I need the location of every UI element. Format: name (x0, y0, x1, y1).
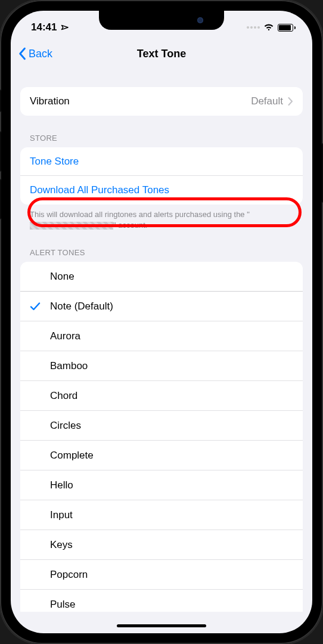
tone-row[interactable]: Bamboo (20, 351, 303, 381)
tone-label: Pulse (46, 599, 76, 611)
screen: 14:41 Back Text Tone (11, 11, 312, 633)
tone-row[interactable]: Pulse (20, 590, 303, 612)
vibration-row[interactable]: Vibration Default (20, 87, 303, 116)
store-header: Store (20, 116, 303, 147)
back-label: Back (29, 48, 52, 60)
chevron-left-icon (18, 47, 26, 60)
tone-row[interactable]: Circles (20, 411, 303, 441)
home-indicator[interactable] (117, 624, 206, 627)
tone-row[interactable]: Keys (20, 530, 303, 560)
tone-label: Bamboo (46, 360, 88, 372)
back-button[interactable]: Back (18, 47, 52, 60)
tone-label: Note (Default) (46, 301, 113, 312)
tone-label: Aurora (46, 330, 80, 342)
vibration-label: Vibration (30, 95, 70, 107)
checkmark-icon (30, 302, 46, 311)
vibration-group: Vibration Default (20, 87, 303, 116)
volume-down-button (0, 179, 1, 219)
tone-label: Circles (46, 420, 81, 432)
notch (99, 11, 224, 30)
tone-row[interactable]: Chord (20, 381, 303, 411)
tone-row[interactable]: Popcorn (20, 560, 303, 590)
tone-label: Complete (46, 450, 94, 462)
tone-store-label: Tone Store (30, 156, 79, 168)
tone-row[interactable]: Aurora (20, 321, 303, 351)
volume-up-button (0, 131, 1, 172)
nav-header: Back Text Tone (11, 39, 312, 68)
store-footer: This will download all ringtones and ale… (20, 205, 303, 230)
tone-row[interactable]: Input (20, 500, 303, 530)
tone-label: Popcorn (46, 569, 88, 581)
content: Vibration Default Store Tone Store Downl… (11, 68, 312, 612)
cellular-icon (247, 26, 260, 29)
status-time: 14:41 (31, 21, 57, 33)
tone-row[interactable]: Note (Default) (20, 292, 303, 321)
alert-tones-header: Alert Tones (20, 230, 303, 262)
tone-row[interactable]: Complete (20, 441, 303, 470)
tone-label: Input (46, 509, 73, 521)
wifi-icon (263, 23, 274, 32)
location-icon (59, 22, 69, 32)
chevron-right-icon (288, 97, 293, 106)
tone-label: Keys (46, 539, 73, 551)
tone-row[interactable]: Hello (20, 470, 303, 500)
front-camera (197, 17, 203, 23)
store-group: Tone Store Download All Purchased Tones (20, 147, 303, 205)
battery-icon (278, 24, 296, 32)
vibration-value: Default (251, 95, 293, 107)
download-tones-row[interactable]: Download All Purchased Tones (20, 176, 303, 205)
tone-none-label: None (50, 271, 74, 283)
tone-label: Chord (46, 390, 77, 402)
status-left: 14:41 (31, 17, 68, 33)
page-title: Text Tone (137, 48, 186, 60)
redacted-account (30, 222, 113, 230)
phone-frame: 14:41 Back Text Tone (0, 0, 323, 644)
tone-none-row[interactable]: None (20, 262, 303, 292)
tone-label: Hello (46, 479, 73, 491)
download-tones-label: Download All Purchased Tones (30, 184, 169, 196)
mute-switch (0, 89, 1, 112)
alert-tones-group: None Note (Default)AuroraBambooChordCirc… (20, 262, 303, 612)
status-right (247, 18, 296, 32)
tone-store-row[interactable]: Tone Store (20, 147, 303, 176)
